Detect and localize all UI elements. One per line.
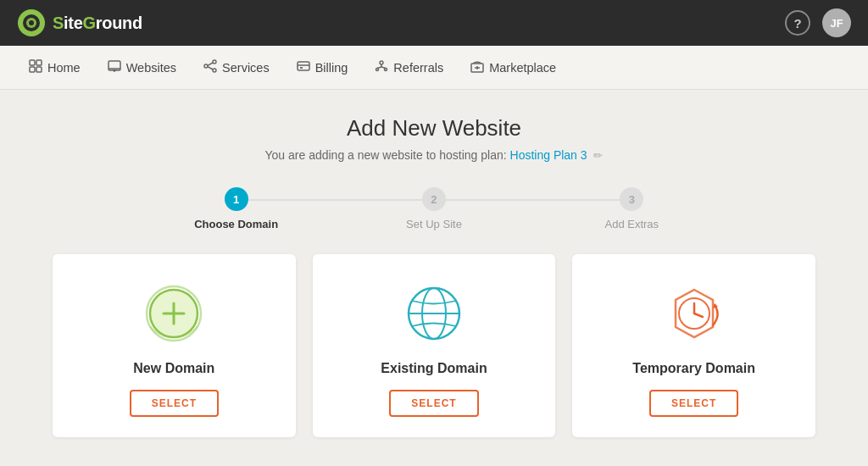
svg-point-20 [380,61,383,64]
nav-item-home[interactable]: Home [17,54,92,80]
topbar: SiteGround ? JF [0,0,868,46]
nav-label-marketplace: Marketplace [489,61,556,75]
svg-point-13 [213,60,216,64]
step-line-2 [434,199,632,201]
page-title: Add New Website [34,115,834,141]
nav-item-billing[interactable]: Billing [285,54,360,80]
billing-icon [297,59,310,75]
page-header: Add New Website You are adding a new web… [34,115,834,162]
svg-rect-17 [298,62,309,70]
main-content: Add New Website You are adding a new web… [0,90,868,454]
new-domain-icon-wrap [140,280,208,347]
step-2-circle: 2 [422,187,446,211]
temporary-domain-icon [660,280,728,347]
existing-domain-select-button[interactable]: SELECT [389,390,478,417]
new-domain-select-button[interactable]: SELECT [130,390,219,417]
svg-rect-5 [36,60,42,65]
temporary-domain-icon-wrap [660,280,728,347]
svg-rect-7 [36,67,42,72]
stepper: 1 Choose Domain 2 Set Up Site 3 Add Extr… [137,187,731,230]
existing-domain-card: Existing Domain SELECT [313,254,556,437]
help-button[interactable]: ? [785,10,810,36]
existing-domain-icon [400,280,468,347]
page-subtitle: You are adding a new website to hosting … [34,148,834,162]
svg-line-40 [694,313,703,317]
user-avatar[interactable]: JF [822,8,851,37]
step-1-label: Choose Domain [194,218,278,230]
step-add-extras: 3 Add Extras [533,187,731,230]
step-3-label: Add Extras [605,218,659,230]
logo-text: SiteGround [53,14,142,33]
svg-line-24 [377,67,381,69]
step-line-1 [236,199,434,201]
home-icon [29,59,42,75]
nav-label-referrals: Referrals [393,61,443,75]
svg-point-3 [29,20,34,25]
new-domain-icon [140,280,208,347]
logo: SiteGround [17,8,142,37]
step-choose-domain: 1 Choose Domain [137,187,335,230]
nav-item-services[interactable]: Services [192,54,281,80]
marketplace-icon [470,59,484,75]
edit-icon[interactable]: ✏ [593,149,603,162]
svg-point-14 [213,69,216,72]
step-3-circle: 3 [620,187,643,211]
svg-point-12 [204,64,208,68]
websites-icon [108,59,121,75]
temporary-domain-title: Temporary Domain [632,361,755,376]
nav-label-billing: Billing [315,61,348,75]
temporary-domain-card: Temporary Domain SELECT [572,254,815,437]
step-1-circle: 1 [225,187,248,211]
new-domain-title: New Domain [133,361,214,376]
hosting-plan-link[interactable]: Hosting Plan 3 [510,148,587,162]
nav-label-home: Home [47,61,81,75]
nav-item-marketplace[interactable]: Marketplace [459,54,568,80]
referrals-icon [375,59,388,75]
svg-line-15 [208,63,213,65]
topbar-right: ? JF [785,8,851,37]
existing-domain-icon-wrap [400,280,468,347]
svg-rect-4 [30,60,35,65]
siteground-logo-icon [17,8,46,37]
nav-label-services: Services [222,61,270,75]
nav-item-websites[interactable]: Websites [96,54,188,80]
step-set-up-site: 2 Set Up Site [335,187,532,230]
navbar: Home Websites Services [0,46,868,90]
step-2-label: Set Up Site [406,218,462,230]
new-domain-card: New Domain SELECT [53,254,296,437]
nav-label-websites: Websites [126,61,176,75]
svg-line-25 [381,67,386,69]
temporary-domain-select-button[interactable]: SELECT [649,390,738,417]
domain-cards: New Domain SELECT Existing Domain SELECT [53,254,815,437]
nav-item-referrals[interactable]: Referrals [363,54,455,80]
svg-line-16 [208,67,213,69]
svg-rect-6 [30,67,35,72]
services-icon [203,59,217,75]
existing-domain-title: Existing Domain [381,361,487,376]
